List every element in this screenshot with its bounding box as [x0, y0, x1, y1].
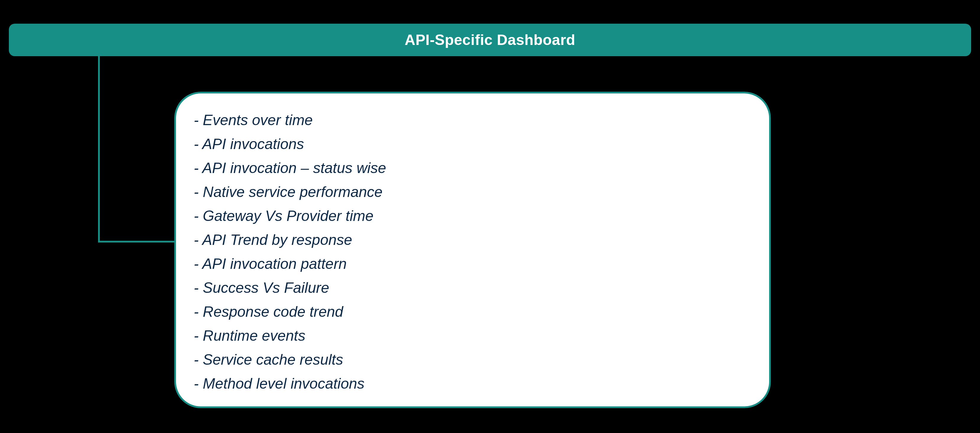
list-item: - API Trend by response — [194, 228, 751, 252]
list-item: - Events over time — [194, 108, 751, 132]
connector-vertical — [98, 56, 100, 243]
connector-horizontal — [98, 241, 175, 243]
list-item: - Native service performance — [194, 180, 751, 204]
list-item: - Success Vs Failure — [194, 276, 751, 300]
page-title: API-Specific Dashboard — [405, 31, 575, 48]
list-item: - Method level invocations — [194, 372, 751, 396]
list-item: - API invocation – status wise — [194, 156, 751, 180]
details-box: - Events over time - API invocations - A… — [174, 92, 771, 408]
list-item: - Service cache results — [194, 348, 751, 372]
list-item: - API invocations — [194, 132, 751, 156]
header-bar: API-Specific Dashboard — [9, 24, 971, 56]
list-item: - API invocation pattern — [194, 252, 751, 276]
list-item: - Gateway Vs Provider time — [194, 204, 751, 228]
list-item: - Response code trend — [194, 300, 751, 324]
list-item: - Runtime events — [194, 324, 751, 348]
